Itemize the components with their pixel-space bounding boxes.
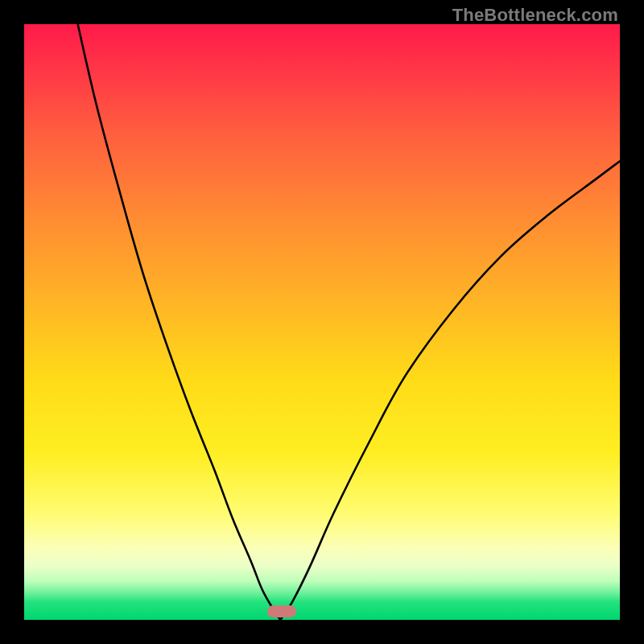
- minimum-marker: [267, 605, 296, 617]
- curve-layer: [24, 24, 620, 620]
- chart-frame: TheBottleneck.com: [0, 0, 644, 644]
- plot-area: [24, 24, 620, 620]
- left-curve: [78, 24, 281, 620]
- right-curve: [280, 161, 620, 620]
- watermark-text: TheBottleneck.com: [452, 5, 618, 26]
